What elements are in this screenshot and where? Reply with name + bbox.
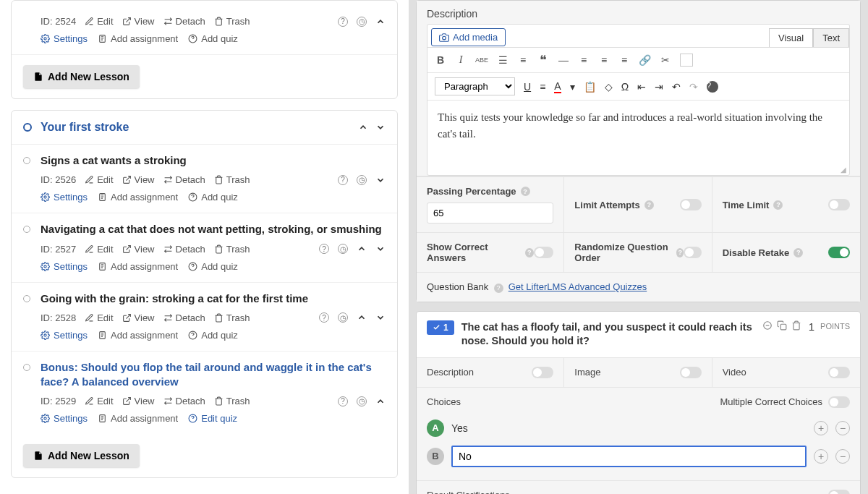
strike-icon[interactable]: ABE bbox=[475, 56, 488, 64]
result-clar-toggle[interactable] bbox=[828, 490, 850, 494]
randomize-toggle[interactable] bbox=[684, 247, 701, 258]
lesson-title[interactable]: Navigating a cat that does not want pett… bbox=[41, 222, 386, 237]
help-icon[interactable]: ? bbox=[319, 312, 329, 323]
help-icon[interactable]: ? bbox=[319, 244, 329, 254]
redo-icon[interactable]: ↷ bbox=[689, 81, 698, 93]
limit-attempts-toggle[interactable] bbox=[680, 199, 702, 210]
clock-icon[interactable]: ◷ bbox=[357, 396, 367, 406]
view-link[interactable]: View bbox=[122, 16, 155, 27]
help-icon[interactable]: ? bbox=[707, 81, 718, 93]
ul-icon[interactable]: ☰ bbox=[497, 54, 509, 66]
chev-down-icon[interactable] bbox=[375, 175, 386, 185]
outdent-icon[interactable]: ⇤ bbox=[637, 81, 646, 93]
clear-format-icon[interactable]: ◇ bbox=[605, 81, 613, 93]
add-media-button[interactable]: Add media bbox=[431, 28, 506, 46]
omega-icon[interactable]: Ω bbox=[621, 81, 629, 93]
hr-icon[interactable]: — bbox=[558, 54, 569, 66]
quote-icon[interactable]: ❝ bbox=[537, 52, 549, 68]
clock-icon[interactable]: ◷ bbox=[338, 244, 348, 254]
chev-up-icon[interactable] bbox=[357, 312, 367, 323]
chev-down-icon[interactable] bbox=[375, 244, 386, 254]
tab-visual[interactable]: Visual bbox=[769, 28, 813, 47]
edit-link[interactable]: Edit bbox=[85, 16, 113, 27]
indent-icon[interactable]: ⇥ bbox=[655, 81, 663, 93]
clock-icon[interactable]: ◷ bbox=[357, 175, 367, 185]
text-color-icon[interactable]: A bbox=[554, 80, 561, 93]
settings-link[interactable]: Settings bbox=[41, 261, 88, 272]
detach-link[interactable]: Detach bbox=[163, 174, 205, 185]
edit-link[interactable]: Edit bbox=[85, 244, 113, 255]
tab-text[interactable]: Text bbox=[813, 28, 849, 47]
paste-icon[interactable]: 📋 bbox=[584, 81, 596, 93]
add-assignment-link[interactable]: Add assignment bbox=[98, 192, 178, 203]
add-choice-icon[interactable]: + bbox=[814, 421, 828, 435]
choice-input-b[interactable] bbox=[451, 446, 807, 467]
add-assignment-link[interactable]: Add assignment bbox=[98, 330, 178, 341]
help-icon[interactable]: ? bbox=[338, 396, 348, 406]
clock-icon[interactable]: ◷ bbox=[338, 312, 348, 323]
align-center-icon[interactable]: ≡ bbox=[598, 54, 610, 66]
choice-letter-b[interactable]: B bbox=[427, 448, 444, 465]
view-link[interactable]: View bbox=[122, 396, 155, 406]
remove-choice-icon[interactable]: − bbox=[835, 421, 850, 435]
multiple-correct-toggle[interactable] bbox=[828, 396, 850, 408]
disable-retake-toggle[interactable] bbox=[828, 247, 850, 258]
qbank-link[interactable]: Get LifterLMS Advanced Quizzes bbox=[509, 281, 647, 292]
detach-link[interactable]: Detach bbox=[163, 16, 205, 27]
trash-icon[interactable] bbox=[791, 320, 801, 331]
q-image-toggle[interactable] bbox=[680, 367, 702, 378]
lesson-title[interactable]: Bonus: Should you flop the tail around a… bbox=[41, 360, 386, 390]
view-link[interactable]: View bbox=[122, 244, 155, 255]
q-video-toggle[interactable] bbox=[828, 367, 850, 378]
align-right-icon[interactable]: ≡ bbox=[618, 54, 630, 66]
help-icon[interactable]: ? bbox=[644, 200, 654, 210]
trash-link[interactable]: Trash bbox=[214, 16, 250, 27]
align-left-icon[interactable]: ≡ bbox=[578, 54, 590, 66]
section-header[interactable]: Your first stroke bbox=[12, 111, 397, 145]
help-icon[interactable]: ? bbox=[521, 187, 530, 196]
justify-icon[interactable]: ≡ bbox=[540, 81, 545, 93]
editor-content[interactable]: This quiz tests your knowledge so far an… bbox=[427, 101, 849, 166]
settings-link[interactable]: Settings bbox=[41, 413, 88, 424]
settings-link[interactable]: Settings bbox=[41, 33, 88, 44]
clock-icon[interactable]: ◷ bbox=[357, 17, 367, 27]
bold-icon[interactable]: B bbox=[435, 54, 446, 66]
chev-up-icon[interactable] bbox=[375, 17, 386, 27]
choice-letter-a[interactable]: A bbox=[427, 420, 444, 437]
italic-icon[interactable]: I bbox=[455, 54, 467, 66]
help-icon[interactable]: ? bbox=[525, 248, 534, 257]
add-new-lesson-button[interactable]: Add New Lesson bbox=[23, 444, 140, 467]
help-icon[interactable]: ? bbox=[338, 175, 348, 185]
time-limit-toggle[interactable] bbox=[828, 199, 850, 210]
chev-down-icon[interactable] bbox=[375, 122, 386, 132]
add-new-lesson-button[interactable]: Add New Lesson bbox=[23, 65, 140, 88]
add-assignment-link[interactable]: Add assignment bbox=[98, 261, 178, 272]
settings-link[interactable]: Settings bbox=[41, 330, 88, 341]
edit-link[interactable]: Edit bbox=[85, 174, 113, 185]
lesson-title[interactable]: Going with the grain: stroking a cat for… bbox=[41, 291, 386, 306]
edit-link[interactable]: Edit bbox=[85, 396, 113, 406]
add-quiz-link[interactable]: Add quiz bbox=[188, 330, 238, 341]
trash-link[interactable]: Trash bbox=[214, 244, 250, 255]
remove-choice-icon[interactable]: − bbox=[835, 449, 850, 464]
help-icon[interactable]: ? bbox=[676, 248, 684, 257]
help-icon[interactable]: ? bbox=[338, 17, 348, 27]
view-link[interactable]: View bbox=[122, 174, 155, 185]
unlink-icon[interactable]: ✂ bbox=[660, 54, 671, 66]
undo-icon[interactable]: ↶ bbox=[672, 81, 681, 93]
copy-icon[interactable] bbox=[777, 320, 787, 331]
add-quiz-link[interactable]: Add quiz bbox=[188, 192, 238, 203]
underline-icon[interactable]: U bbox=[524, 81, 531, 93]
choice-text-a[interactable]: Yes bbox=[451, 422, 807, 434]
settings-link[interactable]: Settings bbox=[41, 192, 88, 203]
ol-icon[interactable]: ≡ bbox=[517, 54, 529, 66]
chev-up-icon[interactable] bbox=[357, 244, 367, 254]
add-quiz-link[interactable]: Add quiz bbox=[188, 33, 238, 44]
add-choice-icon[interactable]: + bbox=[814, 449, 828, 464]
help-icon[interactable]: ? bbox=[773, 200, 783, 210]
add-assignment-link[interactable]: Add assignment bbox=[98, 33, 178, 44]
chev-up-icon[interactable] bbox=[375, 396, 386, 406]
chev-up-icon[interactable] bbox=[358, 122, 368, 132]
minus-icon[interactable] bbox=[762, 320, 773, 331]
help-icon[interactable]: ? bbox=[494, 284, 503, 293]
